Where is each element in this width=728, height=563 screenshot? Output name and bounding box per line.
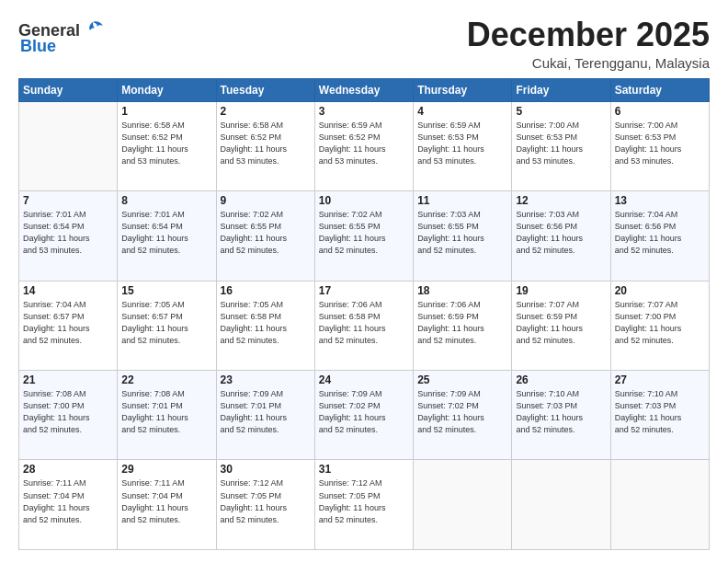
calendar-cell: 2Sunrise: 6:58 AMSunset: 6:52 PMDaylight… <box>216 101 314 190</box>
day-info: Sunrise: 7:11 AMSunset: 7:04 PMDaylight:… <box>23 477 113 525</box>
day-number: 17 <box>319 284 409 297</box>
calendar-cell: 26Sunrise: 7:10 AMSunset: 7:03 PMDayligh… <box>512 371 610 460</box>
day-number: 29 <box>121 463 211 476</box>
page: General Blue December 2025 Cukai, Tereng… <box>0 0 728 563</box>
day-info: Sunrise: 6:58 AMSunset: 6:52 PMDaylight:… <box>221 120 311 167</box>
calendar-cell: 12Sunrise: 7:03 AMSunset: 6:56 PMDayligh… <box>512 191 610 281</box>
col-header-wednesday: Wednesday <box>314 78 413 101</box>
calendar-cell: 7Sunrise: 7:01 AMSunset: 6:54 PMDaylight… <box>19 191 118 281</box>
calendar-cell: 20Sunrise: 7:07 AMSunset: 7:00 PMDayligh… <box>610 281 709 370</box>
day-info: Sunrise: 7:01 AMSunset: 6:54 PMDaylight:… <box>121 209 211 257</box>
calendar-week-row: 21Sunrise: 7:08 AMSunset: 7:00 PMDayligh… <box>19 371 710 460</box>
calendar-cell: 29Sunrise: 7:11 AMSunset: 7:04 PMDayligh… <box>118 460 216 550</box>
day-info: Sunrise: 7:11 AMSunset: 7:04 PMDaylight:… <box>121 477 211 525</box>
day-number: 19 <box>516 284 606 297</box>
col-header-sunday: Sunday <box>19 78 118 101</box>
calendar-cell: 23Sunrise: 7:09 AMSunset: 7:01 PMDayligh… <box>216 371 314 460</box>
logo: General Blue <box>18 20 106 56</box>
day-info: Sunrise: 6:59 AMSunset: 6:53 PMDaylight:… <box>417 120 507 167</box>
calendar-cell: 11Sunrise: 7:03 AMSunset: 6:55 PMDayligh… <box>414 191 512 281</box>
calendar-week-row: 1Sunrise: 6:58 AMSunset: 6:52 PMDaylight… <box>19 101 710 190</box>
day-info: Sunrise: 7:07 AMSunset: 7:00 PMDaylight:… <box>615 299 705 347</box>
calendar-cell: 17Sunrise: 7:06 AMSunset: 6:58 PMDayligh… <box>314 281 413 370</box>
day-number: 16 <box>221 284 311 297</box>
calendar-cell: 13Sunrise: 7:04 AMSunset: 6:56 PMDayligh… <box>610 191 709 281</box>
day-info: Sunrise: 7:09 AMSunset: 7:02 PMDaylight:… <box>417 388 507 436</box>
logo-bird-icon <box>81 20 105 40</box>
calendar-cell: 19Sunrise: 7:07 AMSunset: 6:59 PMDayligh… <box>512 281 610 370</box>
day-number: 26 <box>516 373 606 386</box>
calendar-cell: 10Sunrise: 7:02 AMSunset: 6:55 PMDayligh… <box>314 191 413 281</box>
day-info: Sunrise: 6:59 AMSunset: 6:52 PMDaylight:… <box>319 120 409 167</box>
calendar-cell: 21Sunrise: 7:08 AMSunset: 7:00 PMDayligh… <box>19 371 118 460</box>
calendar-week-row: 28Sunrise: 7:11 AMSunset: 7:04 PMDayligh… <box>19 460 710 550</box>
calendar-cell <box>414 460 512 550</box>
day-number: 22 <box>121 373 211 386</box>
calendar-cell <box>19 101 118 190</box>
day-number: 15 <box>121 284 211 297</box>
day-info: Sunrise: 7:05 AMSunset: 6:58 PMDaylight:… <box>221 299 311 347</box>
day-number: 3 <box>319 105 409 118</box>
calendar-cell: 6Sunrise: 7:00 AMSunset: 6:53 PMDaylight… <box>610 101 709 190</box>
day-number: 12 <box>516 194 606 207</box>
col-header-thursday: Thursday <box>414 78 512 101</box>
calendar-cell: 24Sunrise: 7:09 AMSunset: 7:02 PMDayligh… <box>314 371 413 460</box>
calendar-cell: 9Sunrise: 7:02 AMSunset: 6:55 PMDaylight… <box>216 191 314 281</box>
day-info: Sunrise: 7:04 AMSunset: 6:56 PMDaylight:… <box>615 209 705 257</box>
day-number: 25 <box>417 373 507 386</box>
calendar-week-row: 14Sunrise: 7:04 AMSunset: 6:57 PMDayligh… <box>19 281 710 370</box>
day-number: 30 <box>221 463 311 476</box>
calendar-cell: 5Sunrise: 7:00 AMSunset: 6:53 PMDaylight… <box>512 101 610 190</box>
calendar-cell <box>512 460 610 550</box>
day-info: Sunrise: 7:09 AMSunset: 7:01 PMDaylight:… <box>221 388 311 436</box>
day-info: Sunrise: 7:04 AMSunset: 6:57 PMDaylight:… <box>23 299 113 347</box>
day-info: Sunrise: 7:03 AMSunset: 6:55 PMDaylight:… <box>417 209 507 257</box>
day-number: 6 <box>615 105 705 118</box>
day-number: 1 <box>121 105 211 118</box>
day-number: 27 <box>615 373 705 386</box>
day-number: 24 <box>319 373 409 386</box>
day-info: Sunrise: 7:08 AMSunset: 7:00 PMDaylight:… <box>23 388 113 436</box>
day-info: Sunrise: 7:05 AMSunset: 6:57 PMDaylight:… <box>121 299 211 347</box>
day-number: 28 <box>23 463 113 476</box>
day-number: 20 <box>615 284 705 297</box>
col-header-monday: Monday <box>118 78 216 101</box>
calendar-cell <box>610 460 709 550</box>
day-number: 10 <box>319 194 409 207</box>
title-block: December 2025 Cukai, Terengganu, Malaysi… <box>467 17 710 71</box>
day-info: Sunrise: 6:58 AMSunset: 6:52 PMDaylight:… <box>121 120 211 167</box>
calendar-cell: 27Sunrise: 7:10 AMSunset: 7:03 PMDayligh… <box>610 371 709 460</box>
day-info: Sunrise: 7:10 AMSunset: 7:03 PMDaylight:… <box>516 388 606 436</box>
day-info: Sunrise: 7:06 AMSunset: 6:58 PMDaylight:… <box>319 299 409 347</box>
header: General Blue December 2025 Cukai, Tereng… <box>18 17 710 71</box>
col-header-saturday: Saturday <box>610 78 709 101</box>
calendar-cell: 4Sunrise: 6:59 AMSunset: 6:53 PMDaylight… <box>414 101 512 190</box>
logo-blue: Blue <box>20 37 56 56</box>
day-info: Sunrise: 7:00 AMSunset: 6:53 PMDaylight:… <box>516 120 606 167</box>
day-number: 11 <box>417 194 507 207</box>
calendar-table: SundayMondayTuesdayWednesdayThursdayFrid… <box>18 78 710 550</box>
day-info: Sunrise: 7:06 AMSunset: 6:59 PMDaylight:… <box>417 299 507 347</box>
day-info: Sunrise: 7:12 AMSunset: 7:05 PMDaylight:… <box>221 477 311 525</box>
day-info: Sunrise: 7:10 AMSunset: 7:03 PMDaylight:… <box>615 388 705 436</box>
calendar-header-row: SundayMondayTuesdayWednesdayThursdayFrid… <box>19 78 710 101</box>
day-info: Sunrise: 7:09 AMSunset: 7:02 PMDaylight:… <box>319 388 409 436</box>
calendar-cell: 30Sunrise: 7:12 AMSunset: 7:05 PMDayligh… <box>216 460 314 550</box>
day-info: Sunrise: 7:07 AMSunset: 6:59 PMDaylight:… <box>516 299 606 347</box>
calendar-cell: 31Sunrise: 7:12 AMSunset: 7:05 PMDayligh… <box>314 460 413 550</box>
day-info: Sunrise: 7:01 AMSunset: 6:54 PMDaylight:… <box>23 209 113 257</box>
day-info: Sunrise: 7:08 AMSunset: 7:01 PMDaylight:… <box>121 388 211 436</box>
day-number: 8 <box>121 194 211 207</box>
col-header-tuesday: Tuesday <box>216 78 314 101</box>
calendar-cell: 8Sunrise: 7:01 AMSunset: 6:54 PMDaylight… <box>118 191 216 281</box>
day-info: Sunrise: 7:00 AMSunset: 6:53 PMDaylight:… <box>615 120 705 167</box>
day-number: 23 <box>221 373 311 386</box>
day-number: 31 <box>319 463 409 476</box>
day-number: 21 <box>23 373 113 386</box>
day-number: 14 <box>23 284 113 297</box>
calendar-cell: 22Sunrise: 7:08 AMSunset: 7:01 PMDayligh… <box>118 371 216 460</box>
calendar-cell: 1Sunrise: 6:58 AMSunset: 6:52 PMDaylight… <box>118 101 216 190</box>
day-info: Sunrise: 7:12 AMSunset: 7:05 PMDaylight:… <box>319 477 409 525</box>
day-number: 5 <box>516 105 606 118</box>
day-number: 13 <box>615 194 705 207</box>
